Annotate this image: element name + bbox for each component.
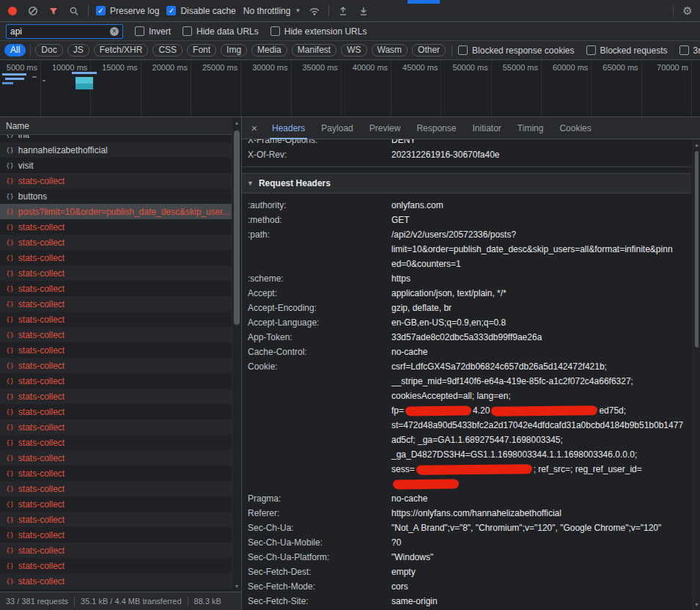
checkbox-unchecked-icon: ✓ (458, 45, 468, 55)
blocked-requests-checkbox[interactable]: ✓Blocked requests (586, 45, 668, 56)
request-row[interactable]: {}stats-collect (0, 573, 232, 589)
type-filter-chips: AllDocJSFetch/XHRCSSFontImgMediaManifest… (4, 44, 446, 56)
scrollbar-thumb[interactable] (695, 151, 699, 348)
script-file-icon: {} (6, 408, 14, 416)
request-row[interactable]: {}stats-collect (0, 450, 232, 466)
filter-chip-doc[interactable]: Doc (35, 44, 62, 56)
chips-divider (30, 45, 31, 56)
header-row: Accept-Encoding:gzip, deflate, br (242, 301, 691, 315)
export-har-button[interactable] (357, 4, 370, 18)
request-row[interactable]: {}stats-collect (0, 527, 232, 543)
request-row[interactable]: {}stats-collect (0, 589, 232, 592)
tab-cookies[interactable]: Cookies (551, 117, 599, 139)
script-file-icon: {} (6, 470, 14, 477)
tab-initiator[interactable]: Initiator (464, 117, 509, 139)
scroll-up-icon[interactable]: ▲ (232, 118, 241, 128)
details-scrollbar[interactable]: ▲ ▼ (693, 139, 700, 610)
request-row[interactable]: {}stats-collect (0, 235, 232, 250)
request-row[interactable]: {}posts?limit=10&order=publish_date_desc… (0, 204, 232, 219)
filter-input[interactable] (10, 26, 107, 37)
request-row[interactable]: {}stats-collect (0, 543, 232, 558)
request-row[interactable]: {}init (0, 135, 232, 142)
invert-checkbox[interactable]: ✓ Invert (135, 26, 171, 37)
request-row[interactable]: {}stats-collect (0, 265, 232, 281)
filter-chip-css[interactable]: CSS (152, 44, 183, 56)
request-row[interactable]: {}stats-collect (0, 358, 232, 373)
request-row[interactable]: {}stats-collect (0, 373, 232, 389)
request-name: stats-collect (18, 176, 65, 186)
header-row: Sec-Fetch-Dest:empty (242, 565, 691, 579)
clear-button[interactable] (26, 4, 40, 18)
request-row[interactable]: {}visit (0, 158, 232, 173)
scroll-down-icon[interactable]: ▼ (232, 581, 241, 591)
filter-chip-fetch-xhr[interactable]: Fetch/XHR (94, 44, 149, 56)
request-row[interactable]: {}stats-collect (0, 281, 232, 296)
request-row[interactable]: {}stats-collect (0, 466, 232, 481)
filter-chip-media[interactable]: Media (251, 44, 287, 56)
request-row[interactable]: {}stats-collect (0, 481, 232, 496)
close-icon[interactable]: × (245, 122, 264, 134)
scroll-down-icon[interactable]: ▼ (693, 600, 700, 609)
search-icon (69, 6, 79, 16)
request-row[interactable]: {}stats-collect (0, 342, 232, 358)
tab-timing[interactable]: Timing (509, 117, 552, 139)
header-name: Accept: (248, 286, 391, 301)
throttling-dropdown[interactable]: No throttling ▼ (243, 6, 301, 16)
preserve-log-checkbox[interactable]: ✓ Preserve log (96, 6, 159, 16)
request-row[interactable]: {}stats-collect (0, 419, 232, 435)
3rd-party-requests-checkbox[interactable]: ✓3rd-party requests (679, 45, 700, 56)
timeline-overview[interactable]: 5000 ms10000 ms15000 ms20000 ms25000 ms3… (0, 60, 700, 117)
details-tabs-bar: × HeadersPayloadPreviewResponseInitiator… (242, 117, 700, 139)
tab-preview[interactable]: Preview (361, 117, 409, 139)
header-name: Sec-Ch-Ua: (248, 521, 391, 535)
request-row[interactable]: {}stats-collect (0, 327, 232, 342)
tab-payload[interactable]: Payload (313, 117, 361, 139)
filter-chip-font[interactable]: Font (187, 44, 216, 56)
checkbox-label: Blocked response cookies (472, 45, 574, 56)
filter-chip-all[interactable]: All (4, 44, 26, 56)
request-row[interactable]: {}stats-collect (0, 173, 232, 188)
tab-headers[interactable]: Headers (264, 117, 313, 139)
settings-button[interactable]: ⚙ (681, 4, 694, 18)
scroll-up-icon[interactable]: ▲ (693, 140, 700, 150)
filter-chip-js[interactable]: JS (67, 44, 89, 56)
requests-scrollbar[interactable]: ▲ ▼ (232, 117, 241, 592)
request-row[interactable]: {}stats-collect (0, 558, 232, 573)
request-row[interactable]: {}stats-collect (0, 219, 232, 235)
request-row[interactable]: {}stats-collect (0, 496, 232, 512)
import-har-button[interactable] (336, 4, 350, 18)
record-button[interactable] (6, 4, 19, 18)
network-conditions-button[interactable] (308, 4, 321, 18)
filter-chip-wasm[interactable]: Wasm (372, 44, 408, 56)
request-row[interactable]: {}stats-collect (0, 250, 232, 265)
request-row[interactable]: {}stats-collect (0, 404, 232, 419)
filter-chip-manifest[interactable]: Manifest (292, 44, 336, 56)
request-row[interactable]: {}stats-collect (0, 296, 232, 312)
filter-button[interactable] (47, 4, 60, 18)
chevron-down-icon: ▼ (295, 7, 301, 14)
hide-data-urls-checkbox[interactable]: ✓ Hide data URLs (183, 26, 259, 37)
filter-chip-ws[interactable]: WS (341, 44, 366, 56)
request-row[interactable]: {}stats-collect (0, 389, 232, 404)
blocked-response-cookies-checkbox[interactable]: ✓Blocked response cookies (458, 45, 574, 56)
request-name: posts?limit=10&order=publish_date_desc&s… (18, 207, 230, 217)
tab-response[interactable]: Response (408, 117, 464, 139)
name-column-header[interactable]: Name (0, 117, 241, 135)
request-headers-section[interactable]: ▼ Request Headers (242, 173, 691, 194)
header-value: ?0 (391, 535, 691, 550)
scrollbar-thumb[interactable] (234, 131, 240, 325)
request-row[interactable]: {}stats-collect (0, 312, 232, 327)
request-row[interactable]: {}hannahelizabethofficial (0, 142, 232, 158)
hide-extension-urls-checkbox[interactable]: ✓ Hide extension URLs (270, 26, 367, 37)
header-name: Referer: (248, 506, 391, 521)
search-button[interactable] (67, 4, 81, 18)
request-row[interactable]: {}stats-collect (0, 435, 232, 450)
clear-filter-icon[interactable]: × (110, 27, 119, 36)
redaction-mark (393, 479, 459, 490)
grid-line (541, 60, 542, 117)
filter-chip-other[interactable]: Other (412, 44, 446, 56)
request-row[interactable]: {}stats-collect (0, 512, 232, 527)
filter-chip-img[interactable]: Img (221, 44, 247, 56)
request-row[interactable]: {}buttons (0, 188, 232, 204)
disable-cache-checkbox[interactable]: ✓ Disable cache (166, 6, 235, 16)
